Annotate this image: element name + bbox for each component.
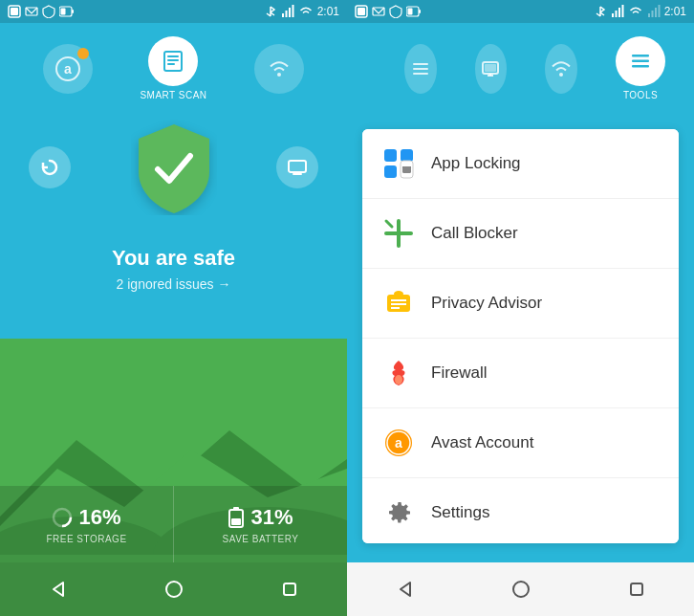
- svg-rect-36: [419, 10, 421, 13]
- privacy-advisor-item[interactable]: Privacy Advisor: [362, 269, 679, 339]
- svg-point-53: [559, 73, 563, 77]
- wifi-btn[interactable]: [254, 44, 304, 94]
- firewall-item[interactable]: Firewall: [362, 339, 679, 408]
- smart-scan-wrap[interactable]: SMART SCAN: [140, 36, 206, 100]
- status-bar-right: 2:01: [264, 5, 339, 18]
- svg-rect-15: [167, 63, 175, 65]
- r-wifi-icon: [628, 5, 643, 18]
- storage-pct: 16%: [78, 505, 120, 530]
- status-message: You are safe: [0, 246, 347, 271]
- avast-icon-btn[interactable]: a: [43, 44, 93, 94]
- wifi-top-btn[interactable]: [545, 44, 577, 94]
- settings-svg: [382, 496, 415, 529]
- back-btn-right[interactable]: [377, 570, 434, 608]
- storage-label: FREE STORAGE: [46, 534, 126, 544]
- right-status-right: 2:01: [594, 5, 686, 18]
- screenshot-icon: [8, 5, 21, 18]
- avast-account-label: Avast Account: [431, 433, 533, 452]
- privacy-advisor-label: Privacy Advisor: [431, 294, 542, 313]
- call-blocker-item[interactable]: Call Blocker: [362, 199, 679, 269]
- storage-value: 16%: [52, 505, 120, 530]
- app-locking-item[interactable]: App Locking: [362, 129, 679, 199]
- battery-status-icon: [59, 5, 75, 18]
- wifi-wrap[interactable]: [254, 44, 304, 94]
- home-btn-right[interactable]: [492, 570, 550, 608]
- svg-rect-37: [408, 9, 413, 15]
- svg-rect-55: [632, 60, 649, 63]
- screen-btn[interactable]: [276, 146, 318, 188]
- firewall-svg: [382, 357, 415, 389]
- smart-scan-btn[interactable]: [148, 36, 198, 86]
- avast-icon-wrap[interactable]: a: [43, 44, 93, 94]
- smart-scan-label: SMART SCAN: [140, 90, 206, 100]
- mail-icon: [25, 5, 38, 18]
- right-status-bar: 2:01: [347, 0, 694, 23]
- tools-btn[interactable]: [616, 36, 665, 86]
- call-blocker-svg: [382, 217, 415, 250]
- svg-rect-59: [384, 165, 397, 178]
- status-text-area: You are safe 2 ignored issues →: [0, 229, 347, 292]
- svg-rect-39: [615, 11, 617, 17]
- avast-account-item[interactable]: a Avast Account: [362, 408, 679, 478]
- recent-btn-left[interactable]: [261, 570, 318, 608]
- back-btn-left[interactable]: [30, 570, 87, 608]
- svg-rect-47: [413, 68, 428, 70]
- settings-label: Settings: [431, 503, 489, 522]
- recent-icon-right: [627, 580, 646, 599]
- avast-account-icon: a: [381, 426, 416, 460]
- privacy-advisor-svg: [382, 287, 415, 319]
- svg-text:a: a: [395, 435, 402, 451]
- svg-rect-41: [621, 5, 623, 17]
- avast-account-svg: a: [382, 427, 415, 459]
- cast-icon: [479, 57, 502, 80]
- svg-rect-76: [631, 583, 642, 595]
- firewall-icon: [381, 356, 416, 390]
- svg-rect-8: [289, 8, 291, 17]
- svg-rect-66: [394, 291, 403, 297]
- right-top-bar: TOOLS: [347, 23, 694, 110]
- settings-item[interactable]: Settings: [362, 478, 679, 543]
- menu-btn[interactable]: [404, 44, 437, 94]
- svg-rect-45: [658, 5, 660, 17]
- svg-rect-4: [72, 10, 74, 13]
- left-status-bar: 2:01: [0, 0, 347, 23]
- home-btn-left[interactable]: [145, 570, 203, 608]
- bottom-stats: 16% FREE STORAGE 31% SAVE BATTERY: [0, 486, 347, 562]
- svg-rect-6: [282, 13, 284, 17]
- svg-point-70: [395, 375, 402, 385]
- privacy-advisor-icon: [381, 286, 416, 320]
- svg-rect-57: [384, 149, 397, 162]
- bluetooth-icon: [264, 5, 277, 18]
- svg-rect-50: [485, 64, 496, 72]
- svg-rect-46: [413, 63, 428, 65]
- home-icon-left: [164, 580, 184, 599]
- storage-stat: 16% FREE STORAGE: [0, 486, 173, 562]
- ignored-issues-link[interactable]: 2 ignored issues →: [0, 276, 347, 292]
- call-blocker-icon: [381, 216, 416, 251]
- svg-rect-5: [61, 9, 66, 15]
- storage-icon: [52, 507, 73, 528]
- back-icon-left: [49, 580, 68, 599]
- recent-btn-right[interactable]: [608, 570, 665, 608]
- svg-rect-56: [632, 65, 649, 68]
- refresh-icon: [39, 157, 60, 178]
- battery-icon: [228, 507, 245, 528]
- battery-label: SAVE BATTERY: [223, 534, 299, 544]
- cast-btn[interactable]: [475, 44, 508, 94]
- svg-rect-14: [167, 59, 179, 61]
- hamburger-icon: [409, 57, 432, 80]
- svg-marker-29: [54, 583, 63, 596]
- recent-icon-left: [280, 580, 299, 599]
- battery-pct: 31%: [250, 505, 293, 530]
- tools-wrap[interactable]: TOOLS: [616, 36, 665, 100]
- signal-icon: [281, 5, 294, 18]
- refresh-btn[interactable]: [29, 146, 71, 188]
- left-panel: 2:01 a SMART SCAN: [0, 0, 347, 616]
- right-status-time: 2:01: [664, 5, 686, 18]
- battery-value: 31%: [228, 505, 293, 530]
- shield-icon: [131, 120, 217, 215]
- svg-rect-13: [167, 55, 179, 57]
- tools-icon: [628, 49, 653, 74]
- svg-rect-31: [284, 583, 295, 595]
- svg-line-64: [386, 221, 392, 227]
